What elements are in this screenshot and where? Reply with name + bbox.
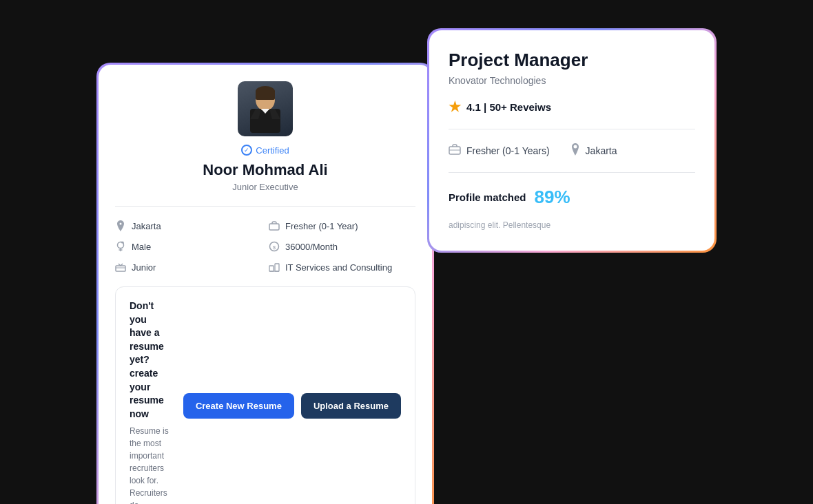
job-experience-text: Fresher (0-1 Years)	[466, 145, 550, 156]
level-icon	[115, 262, 126, 273]
detail-gender: Male	[115, 241, 262, 252]
job-location-icon	[570, 143, 580, 158]
profile-card-wrapper: ✓ Certified Noor Mohmad Ali Junior Execu…	[96, 63, 434, 504]
level-text: Junior	[132, 262, 156, 273]
profile-match: Profile matched 89%	[449, 187, 695, 208]
job-briefcase-icon	[449, 144, 461, 158]
svg-rect-16	[116, 266, 125, 271]
svg-text:$: $	[273, 244, 276, 251]
briefcase-icon	[269, 220, 280, 231]
salary-icon: $	[269, 241, 280, 252]
rating-text: 4.1 | 50+ Reveiws	[466, 101, 551, 113]
job-card: Project Manager Knovator Technologies ★ …	[429, 30, 714, 251]
location-icon	[115, 220, 126, 231]
resume-cta-section: Don't you have a resume yet? create your…	[115, 286, 415, 504]
job-experience: Fresher (0-1 Years)	[449, 143, 550, 158]
profile-name: Noor Mohmad Ali	[203, 161, 327, 179]
resume-buttons: Create New Resume Upload a Resume	[183, 393, 401, 419]
detail-salary: $ 36000/Month	[269, 241, 415, 252]
certified-icon: ✓	[241, 145, 252, 156]
avatar	[238, 81, 293, 136]
gender-icon	[115, 241, 126, 252]
detail-location: Jakarta	[115, 220, 262, 231]
resume-cta-desc: Resume is the most important recruiters …	[130, 425, 169, 504]
job-title: Project Manager	[449, 50, 695, 71]
job-location: Jakarta	[570, 143, 617, 158]
profile-details: Jakarta Fresher (0-1 Year)	[115, 220, 415, 286]
industry-text: IT Services and Consulting	[285, 262, 392, 273]
match-percent: 89%	[535, 187, 570, 208]
resume-cta-text: Don't you have a resume yet? create your…	[130, 300, 169, 504]
upload-resume-button[interactable]: Upload a Resume	[301, 393, 401, 419]
gender-text: Male	[132, 242, 151, 252]
location-text: Jakarta	[132, 221, 161, 231]
job-location-text: Jakarta	[586, 145, 617, 156]
certified-badge: ✓ Certified	[241, 145, 289, 156]
detail-experience: Fresher (0-1 Year)	[269, 220, 415, 231]
svg-rect-20	[269, 266, 274, 271]
detail-level: Junior	[115, 262, 262, 273]
job-rating: ★ 4.1 | 50+ Reveiws	[449, 98, 695, 129]
create-resume-button[interactable]: Create New Resume	[183, 393, 294, 419]
industry-icon	[269, 262, 280, 273]
resume-cta-title: Don't you have a resume yet? create your…	[130, 300, 169, 421]
svg-rect-7	[269, 224, 279, 230]
job-company: Knovator Technologies	[449, 75, 695, 86]
svg-rect-3	[256, 90, 275, 100]
star-icon: ★	[449, 98, 461, 115]
profile-match-label: Profile matched	[449, 191, 526, 203]
experience-text: Fresher (0-1 Year)	[285, 221, 358, 231]
certified-label: Certified	[256, 145, 289, 156]
job-description-snippet: adipiscing elit. Pellentesque	[449, 219, 695, 231]
profile-top: ✓ Certified Noor Mohmad Ali Junior Execu…	[115, 81, 415, 207]
job-meta: Fresher (0-1 Years) Jakarta	[449, 143, 695, 173]
profile-card: ✓ Certified Noor Mohmad Ali Junior Execu…	[99, 65, 432, 504]
job-card-wrapper: Project Manager Knovator Technologies ★ …	[427, 28, 717, 253]
svg-rect-21	[275, 264, 279, 271]
salary-text: 36000/Month	[285, 242, 338, 252]
detail-industry: IT Services and Consulting	[269, 262, 415, 273]
profile-subtitle: Junior Executive	[232, 182, 298, 192]
